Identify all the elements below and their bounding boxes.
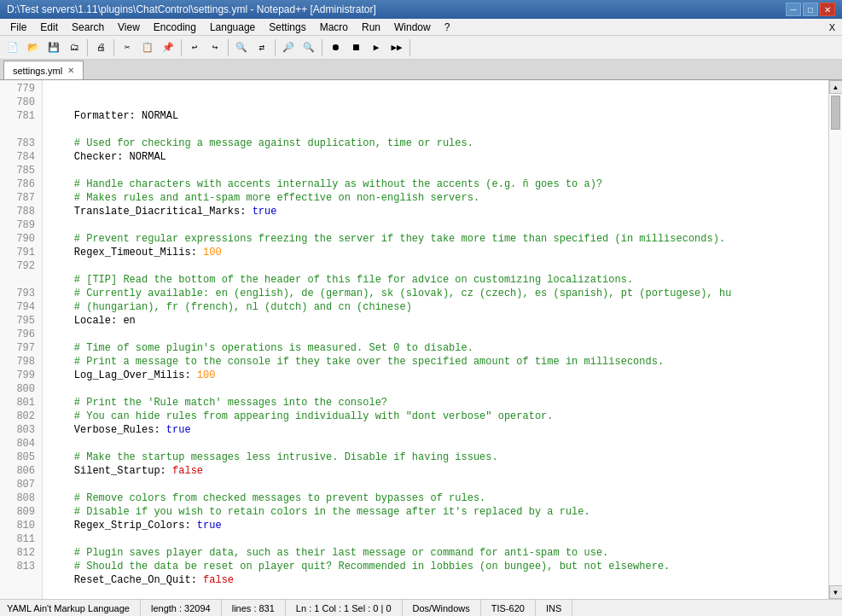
line-number: 810 <box>3 519 35 532</box>
menu-edit[interactable]: Edit <box>33 19 65 35</box>
code-line <box>49 532 828 546</box>
code-line <box>49 478 828 491</box>
toolbar-find[interactable]: 🔍 <box>232 38 251 57</box>
close-button[interactable]: ✕ <box>820 3 835 16</box>
code-line: # Should the data be reset on player qui… <box>49 560 828 573</box>
code-line: Formatter: NORMAL <box>49 109 828 123</box>
scroll-track[interactable] <box>829 94 842 585</box>
line-number: 797 <box>3 341 35 355</box>
toolbar-zoomin[interactable]: 🔎 <box>279 38 298 57</box>
code-line <box>49 587 828 599</box>
toolbar-print[interactable]: 🖨 <box>91 38 110 57</box>
line-number: 788 <box>3 205 35 218</box>
code-line: Checker: NORMAL <box>49 150 828 164</box>
line-number: 813 <box>3 560 35 573</box>
code-line: Regex_Strip_Colors: true <box>49 519 828 532</box>
menu-settings[interactable]: Settings <box>262 19 312 35</box>
toolbar-sep3 <box>181 39 182 56</box>
status-bar: YAML Ain't Markup Language length : 3209… <box>0 599 842 616</box>
menu-run[interactable]: Run <box>355 19 387 35</box>
line-number: 786 <box>3 177 35 191</box>
code-line <box>49 437 828 450</box>
menu-file[interactable]: File <box>3 19 33 35</box>
scroll-down[interactable]: ▼ <box>829 585 843 599</box>
line-number: 801 <box>3 396 35 410</box>
toolbar-save[interactable]: 💾 <box>44 38 63 57</box>
minimize-button[interactable]: ─ <box>786 3 801 16</box>
code-line: # Remove colors from checked messages to… <box>49 491 828 505</box>
line-numbers: 7797807817837847857867877887897907917927… <box>0 80 43 599</box>
toolbar-zoomout[interactable]: 🔍 <box>299 38 318 57</box>
tab-close-button[interactable]: ✕ <box>67 66 74 75</box>
toolbar: 📄 📂 💾 🗂 🖨 ✂ 📋 📌 ↩ ↪ 🔍 ⇄ 🔎 🔍 ⏺ ⏹ ▶ ▶▶ <box>0 36 842 60</box>
line-number: 779 <box>3 82 35 96</box>
line-number: 792 <box>3 259 35 273</box>
toolbar-undo[interactable]: ↩ <box>185 38 204 57</box>
toolbar-replace[interactable]: ⇄ <box>253 38 271 57</box>
status-filetype: YAML Ain't Markup Language <box>7 600 141 616</box>
line-number: 802 <box>3 410 35 423</box>
menu-language[interactable]: Language <box>203 19 262 35</box>
code-line: Reset_Cache_On_Quit: false <box>49 573 828 587</box>
code-line: Regex_Timeout_Milis: 100 <box>49 246 828 259</box>
menu-close[interactable]: X <box>829 22 839 32</box>
menu-encoding[interactable]: Encoding <box>147 19 203 35</box>
code-line: # Makes rules and anti-spam more effecti… <box>49 191 828 205</box>
code-line: # You can hide rules from appearing indi… <box>49 410 828 423</box>
line-number: 798 <box>3 355 35 369</box>
code-line: Log_Lag_Over_Milis: 100 <box>49 369 828 382</box>
line-number: 784 <box>3 150 35 164</box>
menu-window[interactable]: Window <box>387 19 438 35</box>
scroll-up[interactable]: ▲ <box>829 80 843 94</box>
toolbar-copy[interactable]: 📋 <box>138 38 157 57</box>
toolbar-sep1 <box>87 39 88 56</box>
toolbar-redo[interactable]: ↪ <box>206 38 224 57</box>
code-content[interactable]: Formatter: NORMAL # Used for checking a … <box>43 80 828 599</box>
toolbar-new[interactable]: 📄 <box>3 38 22 57</box>
line-number: 789 <box>3 218 35 232</box>
line-number: 799 <box>3 369 35 382</box>
maximize-button[interactable]: □ <box>803 3 818 16</box>
line-number: 781 <box>3 109 35 123</box>
code-line: # Plugin saves player data, such as thei… <box>49 546 828 560</box>
status-ins: INS <box>536 600 572 616</box>
line-number: 796 <box>3 328 35 341</box>
line-number: 811 <box>3 532 35 546</box>
tab-settings-yml[interactable]: settings.yml ✕ <box>3 61 84 79</box>
toolbar-stop[interactable]: ⏹ <box>346 38 365 57</box>
code-line: Verbose_Rules: true <box>49 423 828 437</box>
app-title: D:\Test servers\1.11\plugins\ChatControl… <box>7 3 376 15</box>
line-number: 780 <box>3 96 35 109</box>
toolbar-open[interactable]: 📂 <box>24 38 43 57</box>
code-line <box>49 328 828 341</box>
title-bar-text: D:\Test servers\1.11\plugins\ChatControl… <box>7 3 376 15</box>
toolbar-playmulti[interactable]: ▶▶ <box>387 38 406 57</box>
menu-bar: File Edit Search View Encoding Language … <box>0 19 842 36</box>
menu-view[interactable]: View <box>111 19 147 35</box>
code-line: # Prevent regular expressions freezing t… <box>49 232 828 246</box>
toolbar-record[interactable]: ⏺ <box>326 38 345 57</box>
line-number: 785 <box>3 164 35 177</box>
code-line <box>49 218 828 232</box>
editor-container: 7797807817837847857867877887897907917927… <box>0 80 842 599</box>
code-line: # Make the startup messages less intrusi… <box>49 450 828 464</box>
code-line: # Currently available: en (english), de … <box>49 287 828 300</box>
menu-search[interactable]: Search <box>65 19 111 35</box>
toolbar-saveall[interactable]: 🗂 <box>65 38 84 57</box>
line-number: 790 <box>3 232 35 246</box>
status-lines: lines : 831 <box>222 600 286 616</box>
menu-help[interactable]: ? <box>438 19 457 35</box>
menu-macro[interactable]: Macro <box>313 19 355 35</box>
scroll-thumb[interactable] <box>831 96 840 130</box>
line-number: 809 <box>3 505 35 519</box>
code-line: Translate_Diacritical_Marks: true <box>49 205 828 218</box>
toolbar-play[interactable]: ▶ <box>367 38 386 57</box>
status-position: Ln : 1 Col : 1 Sel : 0 | 0 <box>286 600 403 616</box>
toolbar-paste[interactable]: 📌 <box>159 38 177 57</box>
line-number: 805 <box>3 450 35 464</box>
line-number: 806 <box>3 464 35 478</box>
code-line: # Handle characters with accents interna… <box>49 177 828 191</box>
toolbar-cut[interactable]: ✂ <box>118 38 136 57</box>
line-number: 795 <box>3 314 35 328</box>
code-line: # Print a message to the console if they… <box>49 355 828 369</box>
